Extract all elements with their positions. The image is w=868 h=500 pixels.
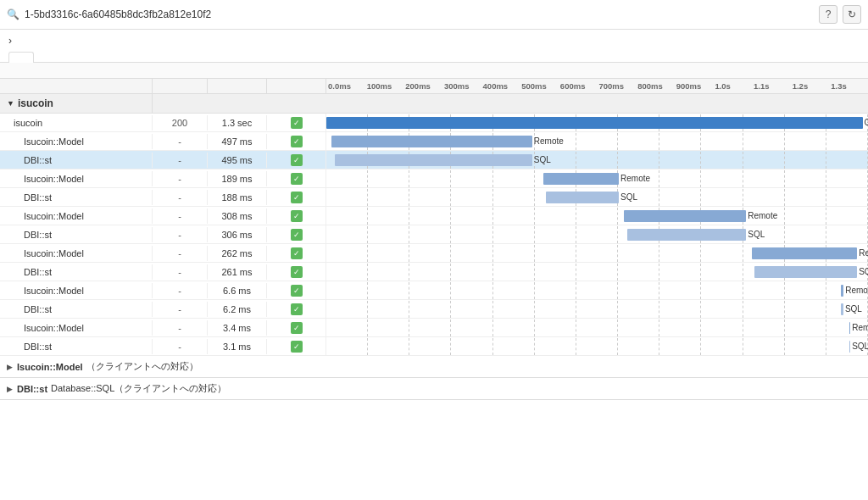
row-time-cell: 188 ms <box>208 190 267 205</box>
row-chart-cell: SQL <box>326 189 868 206</box>
row-chart-cell: Remote <box>326 208 868 225</box>
row-response-cell: - <box>153 283 208 298</box>
trace-bar: Remote <box>849 322 851 334</box>
dashed-overlay <box>326 338 868 355</box>
table-row: DBI::st-495 ms✓SQL <box>0 151 868 169</box>
row-status-cell: ✓ <box>267 225 326 243</box>
footer-triangle-icon: ▶ <box>7 363 13 371</box>
group-name: isucoin <box>18 97 53 109</box>
tab-timeline[interactable] <box>8 52 34 63</box>
row-time-cell: 3.4 ms <box>208 320 267 336</box>
row-response-cell: - <box>153 190 208 205</box>
footer-label: Isucoin::Model <box>17 362 83 372</box>
row-response-cell: - <box>153 320 208 336</box>
row-response-cell: - <box>153 171 208 186</box>
row-status-cell: ✓ <box>267 188 326 206</box>
row-name-cell: DBI::st <box>0 339 153 354</box>
table-row: DBI::st-306 ms✓SQL <box>0 225 868 244</box>
trace-bar: Remote <box>841 285 843 297</box>
bar-label: SQL <box>748 229 765 241</box>
dashed-overlay <box>326 301 868 318</box>
row-chart-cell: SQL <box>326 301 868 318</box>
row-name-cell: isucoin <box>0 115 153 131</box>
ok-icon: ✓ <box>291 173 303 185</box>
trace-bar: Remote <box>624 210 746 222</box>
search-input[interactable] <box>25 8 814 20</box>
group-isucoin[interactable]: ▼ isucoin <box>0 94 868 114</box>
trace-bar: GET ... :5000/info?... <box>326 117 863 129</box>
dashed-overlay <box>326 226 868 243</box>
ok-icon: ✓ <box>291 229 303 241</box>
row-status-cell: ✓ <box>267 207 326 225</box>
row-chart-cell: Remote <box>326 133 868 150</box>
meta-bar <box>0 63 868 79</box>
ok-icon: ✓ <box>291 303 303 315</box>
ok-icon: ✓ <box>291 247 303 259</box>
row-name-cell: Isucoin::Model <box>0 134 153 149</box>
row-time-cell: 495 ms <box>208 153 267 168</box>
row-status-cell: ✓ <box>267 319 326 336</box>
row-response-cell: - <box>153 246 208 261</box>
row-time-cell: 6.2 ms <box>208 302 267 317</box>
row-name-cell: Isucoin::Model <box>0 246 153 261</box>
bar-label: SQL <box>852 341 868 353</box>
row-name-cell: DBI::st <box>0 227 153 242</box>
trace-bar: SQL <box>849 341 851 353</box>
row-response-cell: - <box>153 302 208 317</box>
row-response-cell: - <box>153 153 208 168</box>
search-bar: 🔍 ? ↻ <box>0 0 868 30</box>
row-response-cell: - <box>153 339 208 354</box>
col-status-header <box>267 79 326 93</box>
col-chart-header: 0.0ms100ms200ms300ms400ms500ms600ms700ms… <box>326 79 868 93</box>
row-response-cell: - <box>153 134 208 149</box>
row-name-cell: DBI::st <box>0 190 153 205</box>
row-name-cell: Isucoin::Model <box>0 320 153 336</box>
table-row: Isucoin::Model-3.4 ms✓Remote <box>0 319 868 337</box>
row-response-cell: 200 <box>153 115 208 131</box>
timeline-header: 0.0ms100ms200ms300ms400ms500ms600ms700ms… <box>0 79 868 94</box>
table-row: DBI::st-3.1 ms✓SQL <box>0 337 868 356</box>
dashed-overlay <box>326 208 868 225</box>
bar-label: Remote <box>748 210 777 222</box>
row-name-cell: DBI::st <box>0 153 153 168</box>
col-name-header <box>0 79 153 93</box>
footer-label: DBI::st <box>17 384 47 394</box>
row-name-cell: DBI::st <box>0 302 153 317</box>
row-status-cell: ✓ <box>267 114 326 131</box>
dashed-overlay <box>326 282 868 299</box>
row-response-cell: - <box>153 227 208 242</box>
row-status-cell: ✓ <box>267 132 326 150</box>
row-status-cell: ✓ <box>267 337 326 355</box>
trace-bar: SQL <box>627 229 747 241</box>
tab-raw[interactable] <box>34 52 59 63</box>
bar-label: SQL <box>845 303 862 315</box>
footer-section[interactable]: ▶Isucoin::Model（クライアントへの対応） <box>0 356 868 378</box>
trace-bar: SQL <box>335 154 532 166</box>
row-chart-cell: SQL <box>326 152 868 169</box>
row-time-cell: 262 ms <box>208 246 267 261</box>
help-button[interactable]: ? <box>819 5 837 24</box>
ok-icon: ✓ <box>291 117 303 129</box>
trace-bar: SQL <box>841 303 843 315</box>
bar-label: SQL <box>534 154 551 166</box>
trace-bar: Remote <box>543 173 619 185</box>
table-row: DBI::st-6.2 ms✓SQL <box>0 300 868 319</box>
col-time-header <box>208 79 267 93</box>
footer-section[interactable]: ▶DBI::stDatabase::SQL（クライアントへの対応） <box>0 378 868 400</box>
row-name-cell: Isucoin::Model <box>0 208 153 224</box>
table-row: Isucoin::Model-308 ms✓Remote <box>0 207 868 225</box>
ok-icon: ✓ <box>291 285 303 297</box>
table-row: Isucoin::Model-189 ms✓Remote <box>0 169 868 188</box>
row-chart-cell: SQL <box>326 264 868 281</box>
ok-icon: ✓ <box>291 341 303 353</box>
row-time-cell: 261 ms <box>208 264 267 280</box>
breadcrumb-separator: › <box>8 35 12 47</box>
row-chart-cell: Remote <box>326 170 868 187</box>
refresh-button[interactable]: ↻ <box>843 5 861 24</box>
ok-icon: ✓ <box>291 192 303 203</box>
row-time-cell: 3.1 ms <box>208 339 267 354</box>
footer-triangle-icon: ▶ <box>7 385 13 393</box>
bar-label: Remote <box>859 247 868 259</box>
ok-icon: ✓ <box>291 322 303 334</box>
row-time-cell: 6.6 ms <box>208 283 267 298</box>
